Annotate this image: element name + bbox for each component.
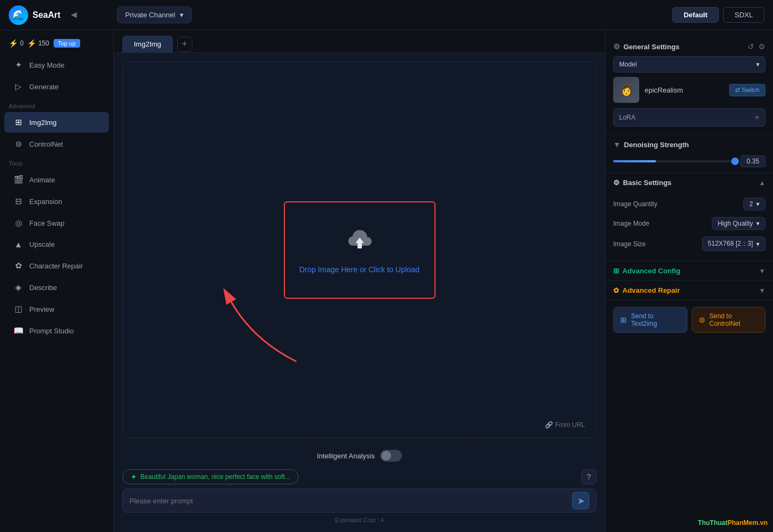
sdxl-button[interactable]: SDXL	[723, 7, 764, 23]
settings-icon[interactable]: ⚙	[758, 42, 765, 51]
advanced-section-label: Advanced	[0, 97, 113, 111]
channel-label: Private Channel	[125, 11, 176, 19]
image-size-chevron: ▾	[756, 240, 759, 248]
tab-add-button[interactable]: +	[177, 37, 192, 52]
generate-icon: ▷	[13, 82, 24, 91]
promptstudio-icon: 📖	[13, 326, 24, 336]
upload-dropzone[interactable]: Drop Image Here or Click to Upload	[284, 201, 436, 299]
lora-plus-icon: +	[755, 113, 759, 122]
characterrepair-label: Character Repair	[29, 262, 83, 270]
watermark: ThuThuatPhanMem.vn	[698, 519, 768, 527]
general-settings-title: ⚙ General Settings	[613, 42, 679, 51]
upscale-label: Upscale	[29, 240, 55, 248]
lora-add-row[interactable]: LoRA +	[613, 108, 765, 127]
switch-icon: ⇄	[735, 87, 740, 94]
basic-settings-header[interactable]: ⚙ Basic Settings ▲	[606, 173, 773, 192]
image-mode-value: High Quality	[718, 220, 753, 227]
logo-area: 🌊 SeaArt ◄	[9, 5, 117, 25]
tabs-bar: Img2Img +	[114, 30, 605, 53]
switch-button[interactable]: ⇄ Switch	[729, 84, 765, 96]
help-button[interactable]: ?	[581, 469, 596, 484]
estimated-cost: Estimated Cost : 4	[122, 517, 596, 526]
sidebar-item-preview[interactable]: ◫ Preview	[4, 299, 109, 319]
sidebar-item-animate[interactable]: 🎬 Animate	[4, 169, 109, 190]
image-size-value: 512X768 [2：3]	[708, 239, 753, 248]
image-quantity-value: 2	[749, 200, 753, 208]
sidebar-item-describe[interactable]: ◈ Describe	[4, 277, 109, 298]
back-button[interactable]: ◄	[69, 9, 79, 21]
prompt-suggestion-row: ✦ Beautiful Japan woman, nice perfect fa…	[122, 469, 596, 484]
topbar-right: Default SDXL	[672, 7, 764, 23]
model-label: Model	[619, 61, 637, 68]
sidebar-item-controlnet[interactable]: ⊜ ControlNet	[4, 134, 109, 154]
ia-toggle[interactable]	[380, 450, 402, 462]
image-mode-dropdown[interactable]: High Quality ▾	[712, 217, 765, 230]
basic-settings-section: ⚙ Basic Settings ▲ Image Quantity 2 ▾ Im…	[606, 173, 773, 261]
model-dropdown[interactable]: Model ▾	[613, 56, 765, 73]
sidebar-item-generate[interactable]: ▷ Generate	[4, 76, 109, 97]
bottom-area: Intelligent Analysis ✦ Beautiful Japan w…	[114, 446, 605, 532]
tab-img2img[interactable]: Img2Img	[122, 36, 173, 52]
from-url-label: From URL	[555, 421, 585, 429]
basic-settings-label: Basic Settings	[623, 179, 672, 187]
describe-label: Describe	[29, 284, 57, 292]
channel-chevron: ▾	[180, 11, 184, 19]
image-mode-label: Image Mode	[613, 220, 649, 227]
send-controlnet-label: Send toControlNet	[710, 312, 740, 327]
center-content: Img2Img +	[114, 30, 605, 532]
submit-arrow-icon: ➤	[577, 496, 584, 506]
prompt-input[interactable]	[129, 497, 572, 505]
credit-value-1: 0	[20, 40, 24, 47]
help-icon: ?	[587, 472, 591, 481]
slider-track[interactable]	[613, 160, 735, 162]
advanced-config-icon: ⊞	[613, 267, 619, 275]
slider-thumb[interactable]	[731, 157, 739, 165]
switch-label: Switch	[742, 87, 759, 93]
denoising-title: Denoising Strength	[624, 141, 765, 149]
advanced-config-header[interactable]: ⊞ Advanced Config ▼	[606, 261, 773, 280]
lora-label: LoRA	[619, 114, 635, 121]
suggestion-icon: ✦	[131, 472, 137, 481]
tools-section-label: Tools	[0, 155, 113, 169]
model-name: epicRealism	[645, 86, 724, 94]
advanced-repair-header[interactable]: ✿ Advanced Repair ▼	[606, 281, 773, 300]
model-row: 👩 epicRealism ⇄ Switch	[613, 77, 765, 103]
default-button[interactable]: Default	[672, 7, 719, 23]
sidebar-item-faceswap[interactable]: ◎ Face Swap	[4, 213, 109, 233]
easymode-icon: ✦	[13, 60, 24, 70]
sidebar-item-easymode[interactable]: ✦ Easy Mode	[4, 55, 109, 75]
advanced-repair-label: Advanced Repair	[622, 286, 680, 294]
image-quantity-dropdown[interactable]: 2 ▾	[743, 198, 765, 211]
image-size-row: Image Size 512X768 [2：3] ▾	[613, 233, 765, 254]
lightning-icon-1: ⚡	[9, 39, 18, 48]
ia-label: Intelligent Analysis	[317, 452, 375, 460]
image-mode-chevron: ▾	[756, 220, 759, 227]
image-size-label: Image Size	[613, 240, 646, 248]
controlnet-icon: ⊜	[13, 139, 24, 149]
sidebar-item-promptstudio[interactable]: 📖 Prompt Studio	[4, 320, 109, 341]
send-to-text2img-button[interactable]: ⊞ Send toText2img	[613, 307, 687, 333]
sidebar-item-expansion[interactable]: ⊟ Expansion	[4, 191, 109, 212]
intelligent-analysis-row: Intelligent Analysis	[122, 446, 596, 465]
image-size-dropdown[interactable]: 512X768 [2：3] ▾	[702, 237, 765, 251]
arrow-indicator	[210, 286, 318, 372]
main-layout: ⚡ 0 ⚡ 150 Top up ✦ Easy Mode ▷ Generate …	[0, 30, 773, 532]
sidebar-item-img2img[interactable]: ⊞ Img2Img	[4, 112, 109, 133]
watermark-thu: Thu	[698, 519, 710, 527]
send-to-controlnet-button[interactable]: ⊜ Send toControlNet	[692, 307, 766, 333]
from-url-link[interactable]: 🔗 From URL	[545, 421, 585, 429]
sidebar-item-characterrepair[interactable]: ✿ Character Repair	[4, 255, 109, 276]
characterrepair-icon: ✿	[13, 261, 24, 271]
topup-button[interactable]: Top up	[54, 39, 80, 48]
advanced-config-chevron: ▼	[759, 267, 765, 275]
channel-dropdown[interactable]: Private Channel ▾	[117, 6, 192, 23]
promptstudio-label: Prompt Studio	[29, 327, 74, 335]
refresh-icon[interactable]: ↺	[748, 42, 754, 51]
basic-settings-content: Image Quantity 2 ▾ Image Mode High Quali…	[606, 192, 773, 261]
sidebar-item-upscale[interactable]: ▲ Upscale	[4, 234, 109, 254]
model-thumbnail: 👩	[613, 77, 639, 103]
suggestion-chip[interactable]: ✦ Beautiful Japan woman, nice perfect fa…	[122, 469, 298, 484]
upload-zone[interactable]: Drop Image Here or Click to Upload 🔗 Fro…	[122, 62, 596, 438]
prompt-submit-button[interactable]: ➤	[572, 492, 589, 509]
basic-settings-title: ⚙ Basic Settings	[613, 179, 672, 187]
